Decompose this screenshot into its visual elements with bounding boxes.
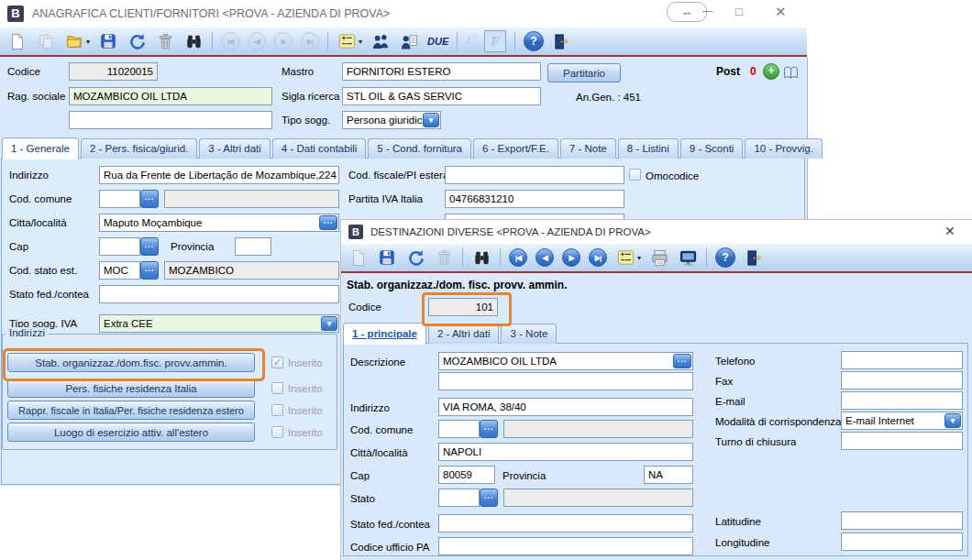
descrizione-extra-field[interactable] (438, 372, 693, 390)
dialog-stato-fed-field[interactable] (438, 514, 693, 533)
nav-last-icon[interactable]: ▶| (301, 32, 319, 50)
cap-field[interactable] (99, 237, 140, 256)
nav-first-icon[interactable]: |◀ (509, 248, 527, 267)
list-caret-icon[interactable]: ▾ (359, 38, 362, 46)
delete-icon[interactable] (155, 31, 175, 51)
rappr-fiscale-button[interactable]: Rappr. fiscale in Italia/Per. fisiche re… (7, 401, 255, 420)
latitudine-field[interactable] (841, 511, 963, 530)
luogo-esercizio-button[interactable]: Luogo di esercizio attiv. all'estero (7, 423, 255, 442)
inserito-checkbox-3[interactable] (271, 404, 283, 416)
save-icon[interactable] (98, 31, 118, 51)
resize-button[interactable]: ⇔ (667, 2, 707, 22)
search-icon[interactable] (471, 247, 492, 268)
add-post-icon[interactable]: + (763, 63, 779, 80)
dialog-tab-altri-dati[interactable]: 2 - Altri dati (428, 324, 500, 344)
indirizzo-field[interactable]: Rua da Frente de Libertação de Mozambiqu… (99, 166, 339, 184)
contabile-icon[interactable]: C (466, 33, 476, 49)
tab-cond-fornitura[interactable]: 5 - Cond. fornitura (368, 138, 471, 159)
print-icon[interactable] (649, 247, 669, 268)
nav-next-icon[interactable]: ▶ (562, 248, 580, 267)
open-folder-icon[interactable] (64, 31, 84, 51)
list-options-icon[interactable] (337, 31, 357, 51)
tab-dati-contabili[interactable]: 4 - Dati contabili (272, 138, 366, 159)
chevron-down-icon[interactable]: ▾ (944, 413, 961, 428)
sigla-ricerca-field[interactable]: STL OIL & GAS SERVIC (342, 87, 541, 105)
stab-organizzaz-button[interactable]: Stab. organizzaz./dom.fisc. provv.ammin. (7, 353, 255, 372)
folder-caret-icon[interactable]: ▾ (86, 38, 90, 46)
tab-export-fe[interactable]: 6 - Export/F.E. (473, 138, 558, 159)
list-caret-icon[interactable]: ▾ (637, 254, 641, 262)
tipo-sogg-iva-select[interactable]: Extra CEE ▾ (99, 314, 339, 333)
cod-comune-lookup-icon[interactable]: ... (140, 190, 159, 208)
descrizione-field[interactable]: MOZAMBICO OIL LTDA ... (438, 352, 693, 370)
inserito-checkbox-2[interactable] (271, 382, 283, 394)
list-options-icon[interactable] (615, 247, 635, 268)
cod-comune-field[interactable] (99, 190, 140, 208)
nav-next-icon[interactable]: ▶ (274, 32, 293, 50)
tab-listini[interactable]: 8 - Listini (618, 138, 679, 159)
citta-lookup-icon[interactable]: ... (319, 215, 337, 230)
maximize-button[interactable]: □ (735, 5, 743, 18)
dialog-tab-principale[interactable]: 1 - principale (343, 323, 426, 345)
inserito-checkbox-4[interactable] (271, 426, 283, 438)
partita-iva-field[interactable]: 04766831210 (445, 190, 624, 208)
turno-chiusura-field[interactable] (841, 432, 963, 450)
stato-fed-field[interactable] (99, 285, 339, 303)
dialog-cod-comune-lookup-icon[interactable]: ... (480, 420, 498, 438)
tab-altri-dati[interactable]: 3 - Altri dati (199, 138, 271, 159)
nav-prev-icon[interactable]: ◀ (248, 32, 266, 50)
save-icon[interactable] (377, 247, 397, 268)
dialog-cod-comune-field[interactable] (438, 420, 480, 438)
close-button[interactable]: ✕ (775, 4, 787, 20)
search-icon[interactable] (183, 31, 204, 51)
email-field[interactable] (841, 391, 963, 410)
delete-icon[interactable] (434, 247, 454, 268)
open-book-icon[interactable] (780, 62, 801, 82)
dialog-provincia-field[interactable]: NA (644, 466, 693, 484)
stato-lookup-icon[interactable]: ... (480, 489, 498, 507)
cf-estero-field[interactable] (445, 166, 624, 184)
omocodice-checkbox[interactable] (629, 169, 641, 181)
monitor-icon[interactable] (678, 247, 698, 268)
due-icon[interactable]: DUE (427, 36, 448, 47)
descrizione-lookup-icon[interactable]: ... (673, 354, 691, 368)
cod-stato-est-lookup-icon[interactable]: ... (140, 261, 159, 280)
cod-stato-est-field[interactable]: MOC (99, 261, 140, 280)
dialog-indirizzo-field[interactable]: VIA ROMA, 38/40 (438, 398, 693, 416)
nav-last-icon[interactable]: ▶| (589, 248, 607, 267)
clients-icon[interactable] (370, 31, 391, 51)
citta-field[interactable]: Maputo Moçambique ... (99, 214, 339, 232)
undo-icon[interactable] (405, 247, 425, 268)
cap-lookup-icon[interactable]: ... (140, 237, 159, 256)
fornitore-icon[interactable]: F (484, 30, 506, 52)
codice-field[interactable]: 11020015 (69, 62, 158, 81)
chevron-down-icon[interactable]: ▾ (321, 316, 337, 331)
tipo-sogg-select[interactable]: Persona giuridica ▾ (342, 111, 441, 129)
pers-fisiche-italia-button[interactable]: Pers. fisiche residenza Italia (7, 379, 255, 398)
chevron-down-icon[interactable]: ▾ (423, 113, 439, 127)
tab-generale[interactable]: 1 - Generale (2, 137, 79, 159)
nav-prev-icon[interactable]: ◀ (536, 248, 554, 267)
tab-pers-fisica[interactable]: 2 - Pers. fisica/giurid. (81, 138, 197, 159)
exit-icon[interactable] (744, 247, 764, 268)
dialog-codice-field[interactable]: 101 (428, 298, 498, 316)
longitudine-field[interactable] (841, 533, 963, 551)
tab-provvig[interactable]: 10 - Provvig. (745, 138, 823, 159)
rag-sociale-extra-field[interactable] (69, 111, 272, 129)
dialog-cap-field[interactable]: 80059 (438, 466, 495, 484)
copy-icon[interactable] (36, 31, 56, 51)
new-record-icon[interactable] (7, 31, 28, 51)
stato-field[interactable] (438, 489, 480, 507)
nav-first-icon[interactable]: |◀ (221, 32, 239, 50)
help-icon[interactable]: ? (524, 31, 544, 51)
undo-icon[interactable] (127, 31, 147, 51)
minimize-button[interactable]: — (702, 5, 712, 16)
modalita-corrispondenza-select[interactable]: E-mail Internet ▾ (841, 412, 963, 430)
fax-field[interactable] (841, 371, 963, 390)
tab-sconti[interactable]: 9 - Sconti (680, 138, 744, 159)
exit-icon[interactable] (552, 31, 572, 51)
new-record-icon[interactable] (348, 247, 369, 268)
client-sheet-icon[interactable] (399, 31, 419, 51)
partitario-button[interactable]: Partitario (547, 63, 621, 82)
help-icon[interactable]: ? (715, 247, 735, 268)
